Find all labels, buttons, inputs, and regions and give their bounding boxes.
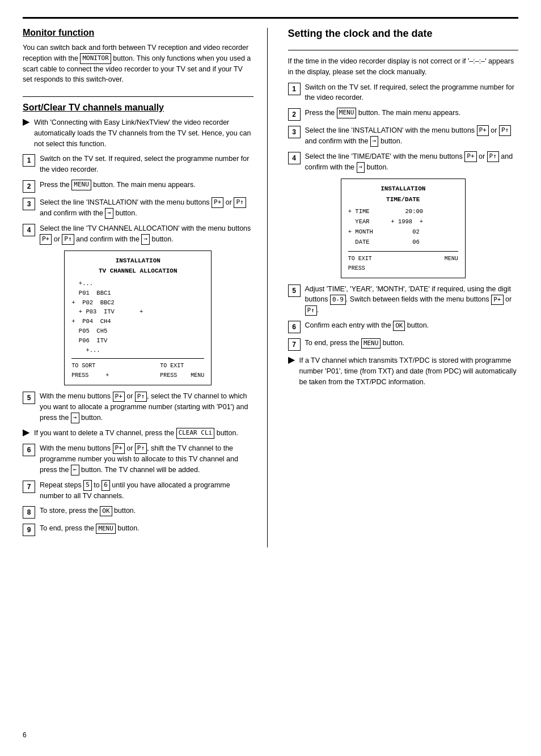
p-plus-key7: P+ — [113, 443, 125, 454]
sort-step-3: 3 Select the line 'INSTALLATION' with th… — [23, 197, 253, 219]
clock-footer-left: TO EXITPRESS — [348, 254, 372, 273]
sort-step-7: 7 Repeat steps 5 to 6 until you have all… — [23, 480, 253, 502]
clock-p-plus5: P+ — [491, 295, 503, 305]
clock-rule — [288, 50, 519, 50]
left-column: Monitor function You can switch back and… — [23, 28, 268, 547]
step-num-6: 6 — [23, 444, 35, 456]
clock-step-text-4: Select the line 'TIME/DATE' with the men… — [305, 151, 519, 173]
clock-screen-footer: TO EXITPRESS MENU — [348, 251, 458, 273]
step-num-5: 5 — [23, 392, 35, 404]
clock-note-text: If a TV channel which transmits TXT/PDC … — [299, 355, 519, 387]
p-plus-key5: P+ — [113, 392, 125, 402]
step-num-4: 4 — [23, 224, 35, 236]
monitor-section: Monitor function You can switch back and… — [23, 28, 253, 85]
clock-step-6: 6 Confirm each entry with the OK button. — [288, 320, 519, 333]
sort-rule — [23, 96, 253, 97]
clock-step-text-2: Press the MENU button. The main menu app… — [305, 108, 461, 118]
monitor-body: You can switch back and forth between TV… — [23, 43, 253, 85]
clock-step-num-6: 6 — [288, 321, 301, 333]
sort-heading: Sort/Clear TV channels manually — [23, 103, 253, 113]
ref-5: 5 — [83, 480, 92, 491]
clear-key: CLEAR CLi — [176, 428, 215, 439]
clock-arrow1: → — [370, 136, 379, 147]
clock-step-4: 4 Select the line 'TIME/DATE' with the m… — [288, 151, 519, 173]
page-number: 6 — [23, 731, 27, 739]
sort-step-2: 2 Press the MENU button. The main menu a… — [23, 180, 253, 193]
step-num-9: 9 — [23, 524, 35, 536]
note-arrow-icon2: ▶ — [23, 427, 29, 438]
clock-p-plus4: P↑ — [487, 151, 499, 162]
step-text-4: Select the line 'TV CHANNEL ALLOCATION' … — [40, 223, 253, 245]
screen-title: INSTALLATIONTV CHANNEL ALLOCATION — [71, 256, 204, 277]
clock-menu-key2: MENU — [361, 338, 381, 349]
sort-note1: ▶ With 'Connecting with Easy Link/NexTVi… — [23, 117, 253, 149]
sort-step-6: 6 With the menu buttons P+ or P↑, shift … — [23, 443, 253, 475]
digit-key: 0-9 — [330, 295, 346, 305]
clock-step-text-1: Switch on the TV set. If required, selec… — [305, 82, 519, 104]
clock-p-plus1: P+ — [477, 125, 489, 136]
sort-step-5: 5 With the menu buttons P+ or P↑, select… — [23, 391, 253, 423]
clock-step-text-6: Confirm each entry with the OK button. — [305, 320, 429, 331]
clock-step-num-1: 1 — [288, 83, 301, 95]
main-content: Monitor function You can switch back and… — [23, 28, 518, 547]
clock-step-1: 1 Switch on the TV set. If required, sel… — [288, 82, 519, 104]
p-plus-key2: P↑ — [234, 197, 246, 208]
step-text-7: Repeat steps 5 to 6 until you have alloc… — [40, 480, 253, 502]
clock-intro: If the time in the video recorder displa… — [288, 56, 519, 78]
monitor-key: MONITOR — [80, 53, 111, 64]
sort-note2: ▶ If you want to delete a TV channel, pr… — [23, 428, 253, 439]
arrow-key3: → — [71, 413, 79, 423]
step-text-1: Switch on the TV set. If required, selec… — [40, 154, 253, 175]
step-num-2: 2 — [23, 180, 35, 193]
ref-6: 6 — [102, 480, 110, 491]
clock-screen-title: INSTALLATIONTIME/DATE — [348, 184, 458, 205]
p-plus-key6: P↑ — [135, 392, 147, 402]
p-plus-key8: P↑ — [135, 443, 147, 454]
step-text-3: Select the line 'INSTALLATION' with the … — [40, 197, 253, 219]
sort-step-4: 4 Select the line 'TV CHANNEL ALLOCATION… — [23, 223, 253, 245]
step-text-8: To store, press the OK button. — [40, 506, 136, 516]
step-num-8: 8 — [23, 506, 35, 519]
clock-step-text-7: To end, press the MENU button. — [305, 338, 405, 349]
clock-step-num-4: 4 — [288, 152, 301, 164]
clock-p-plus3: P+ — [464, 151, 476, 162]
note-arrow-icon3: ▶ — [288, 354, 295, 365]
screen-footer-left: TO SORTPRESS + — [71, 361, 109, 380]
right-column: Setting the clock and the date If the ti… — [285, 28, 519, 547]
clock-ok-key: OK — [393, 321, 405, 332]
clock-step-2: 2 Press the MENU button. The main menu a… — [288, 108, 519, 121]
left-key: ← — [71, 465, 79, 475]
step-num-7: 7 — [23, 481, 35, 493]
clock-section: Setting the clock and the date If the ti… — [288, 28, 519, 387]
sort-step-9: 9 To end, press the MENU button. — [23, 523, 253, 536]
arrow-key: → — [105, 208, 113, 219]
clock-p-plus6: P↑ — [305, 305, 317, 316]
clock-step-num-7: 7 — [288, 338, 301, 351]
screen-footer-right: TO EXITPRESS MENU — [160, 361, 204, 380]
clock-menu-key: MENU — [337, 108, 357, 118]
clock-heading: Setting the clock and the date — [288, 28, 519, 40]
sort-step-1: 1 Switch on the TV set. If required, sel… — [23, 154, 253, 175]
step-num-3: 3 — [23, 198, 35, 210]
clock-step-5: 5 Adjust 'TIME', 'YEAR', 'MONTH', 'DATE'… — [288, 284, 519, 316]
menu-key2: MENU — [96, 524, 116, 534]
sort-note2-text: If you want to delete a TV channel, pres… — [34, 428, 238, 439]
clock-screen-content: + TIME 20:00 YEAR + 1998 + + MONTH 02 DA… — [348, 207, 458, 247]
clock-p-plus2: P↑ — [499, 125, 511, 136]
top-rule — [23, 17, 518, 19]
step-text-5: With the menu buttons P+ or P↑, select t… — [40, 391, 253, 423]
sort-screen: INSTALLATIONTV CHANNEL ALLOCATION +... P… — [64, 250, 212, 386]
sort-step-8: 8 To store, press the OK button. — [23, 506, 253, 519]
screen-content: +... P01 BBC1 + P02 BBC2 + P03 ITV + + P… — [71, 279, 204, 355]
clock-step-num-5: 5 — [288, 284, 301, 297]
sort-section: Sort/Clear TV channels manually ▶ With '… — [23, 103, 253, 536]
clock-footer-right: MENU — [445, 254, 458, 273]
screen-footer: TO SORTPRESS + TO EXITPRESS MENU — [71, 358, 204, 380]
clock-step-3: 3 Select the line 'INSTALLATION' with th… — [288, 125, 519, 147]
monitor-heading: Monitor function — [23, 28, 253, 38]
arrow-key2: → — [141, 234, 150, 245]
p-plus-key: P+ — [212, 197, 223, 208]
menu-key: MENU — [71, 180, 91, 190]
step-text-6: With the menu buttons P+ or P↑, shift th… — [40, 443, 253, 475]
sort-note1-text: With 'Connecting with Easy Link/NexTView… — [34, 117, 253, 149]
